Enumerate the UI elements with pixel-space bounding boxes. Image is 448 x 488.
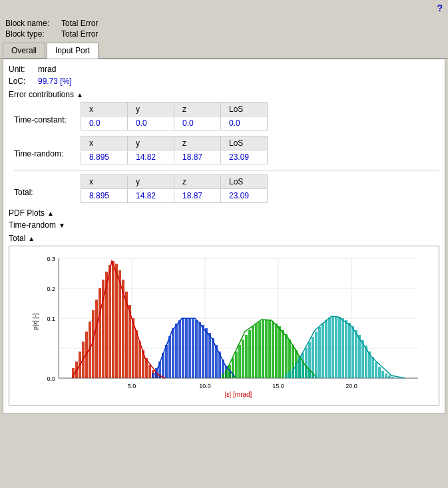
svg-rect-64	[208, 333, 211, 378]
svg-rect-77	[238, 345, 241, 378]
total-chart-label: Total	[9, 234, 25, 243]
svg-rect-51	[165, 345, 168, 378]
svg-rect-55	[178, 320, 181, 378]
tab-overall[interactable]: Overall	[3, 43, 45, 58]
block-name-label: Block name:	[5, 19, 59, 28]
svg-rect-79	[245, 335, 248, 378]
svg-rect-123	[358, 335, 361, 378]
total-table: x y z LoS 8.895 14.82 18.87 23.09	[81, 174, 268, 203]
svg-rect-131	[385, 373, 387, 378]
svg-rect-129	[378, 367, 381, 378]
svg-rect-47	[152, 373, 154, 378]
svg-rect-127	[371, 357, 374, 378]
svg-rect-65	[212, 338, 214, 378]
tc-z: 0.0	[174, 117, 221, 130]
svg-rect-110	[315, 332, 318, 378]
svg-rect-80	[248, 330, 251, 378]
svg-rect-31	[109, 265, 111, 378]
error-contributions-collapse-icon[interactable]: ▲	[77, 91, 83, 99]
tab-input-port[interactable]: Input Port	[47, 43, 99, 59]
block-name-value: Total Error	[61, 19, 98, 28]
svg-text:0.3: 0.3	[47, 256, 55, 262]
unit-value: mrad	[38, 65, 56, 74]
block-type-value: Total Error	[61, 29, 98, 39]
svg-rect-117	[338, 317, 341, 378]
pdf-plots-section: PDF Plots ▲ Time-random ▼ Total ▲	[9, 208, 439, 405]
svg-rect-76	[235, 352, 238, 378]
tc-x: 0.0	[81, 117, 128, 130]
col-header-z: z	[174, 103, 221, 117]
time-random-dropdown-label: Time-random	[9, 220, 56, 230]
svg-rect-106	[302, 353, 304, 378]
svg-rect-116	[335, 316, 337, 378]
time-random-table: x y z LoS 8.895 14.82 18.87 23.09	[81, 136, 268, 164]
col-header-x: x	[81, 103, 128, 117]
col-header-y3: y	[128, 175, 174, 189]
svg-rect-89	[278, 326, 281, 378]
svg-rect-32	[112, 261, 114, 378]
svg-rect-87	[272, 322, 274, 378]
help-icon[interactable]: ?	[437, 3, 443, 13]
svg-rect-101	[285, 374, 288, 378]
svg-rect-120	[348, 323, 351, 378]
time-random-dropdown-icon[interactable]: ▼	[59, 222, 65, 229]
svg-text:p[ε] [-]: p[ε] [-]	[32, 314, 39, 330]
svg-rect-122	[355, 330, 357, 378]
svg-rect-133	[391, 377, 394, 378]
tot-y: 14.82	[128, 189, 174, 203]
svg-rect-40	[138, 342, 141, 378]
svg-text:0.0: 0.0	[47, 375, 55, 382]
svg-rect-56	[182, 318, 184, 378]
total-chart-collapse-icon[interactable]: ▲	[28, 235, 35, 242]
svg-rect-57	[185, 318, 188, 378]
pdf-chart: 0.3 0.2 0.1 0.0 5.0 10.0 15.0 20.0 p[ε] …	[32, 252, 431, 398]
svg-rect-81	[252, 326, 254, 378]
svg-rect-63	[205, 328, 208, 378]
tabs-bar: Overall Input Port	[0, 43, 448, 59]
tot-los: 23.09	[221, 189, 268, 203]
svg-rect-107	[305, 348, 308, 378]
tr-x: 8.895	[81, 150, 128, 164]
col-header-y2: y	[128, 136, 174, 150]
total-label: Total:	[14, 174, 81, 197]
svg-rect-84	[262, 320, 264, 378]
tr-los: 23.09	[221, 150, 268, 164]
svg-text:10.0: 10.0	[199, 383, 211, 389]
svg-rect-111	[318, 327, 321, 378]
svg-rect-54	[175, 324, 178, 378]
svg-rect-108	[308, 342, 311, 378]
tot-x: 8.895	[81, 189, 128, 203]
time-constant-label: Time-constant:	[14, 102, 81, 124]
svg-rect-28	[99, 288, 101, 378]
svg-text:0.2: 0.2	[47, 286, 55, 292]
svg-rect-33	[115, 264, 118, 378]
svg-rect-59	[192, 318, 194, 378]
col-header-z3: z	[174, 175, 221, 189]
svg-rect-90	[282, 330, 284, 378]
col-header-z2: z	[174, 136, 221, 150]
svg-rect-132	[388, 375, 391, 378]
pdf-plots-collapse-icon[interactable]: ▲	[47, 210, 54, 217]
svg-rect-86	[268, 320, 271, 378]
svg-rect-53	[172, 328, 174, 378]
svg-rect-118	[341, 318, 344, 378]
svg-rect-102	[288, 371, 291, 378]
col-header-x3: x	[81, 175, 128, 189]
svg-text:|ε| [mrad]: |ε| [mrad]	[225, 391, 252, 398]
svg-rect-113	[325, 320, 328, 378]
svg-rect-128	[375, 362, 377, 378]
block-info: Block name: Total Error Block type: Tota…	[0, 16, 448, 43]
svg-rect-38	[132, 318, 134, 378]
main-content: Unit: mrad LoC: 99.73 [%] Error contribu…	[3, 59, 445, 414]
svg-rect-58	[188, 318, 191, 378]
col-header-los: LoS	[221, 103, 268, 117]
tc-y: 0.0	[128, 117, 174, 130]
tr-y: 14.82	[128, 150, 174, 164]
svg-rect-130	[381, 371, 384, 378]
svg-rect-43	[148, 365, 151, 378]
unit-label: Unit:	[9, 65, 35, 74]
svg-rect-61	[198, 322, 201, 378]
pdf-plots-label: PDF Plots	[9, 208, 45, 218]
svg-rect-85	[265, 320, 268, 378]
svg-text:15.0: 15.0	[272, 383, 284, 389]
